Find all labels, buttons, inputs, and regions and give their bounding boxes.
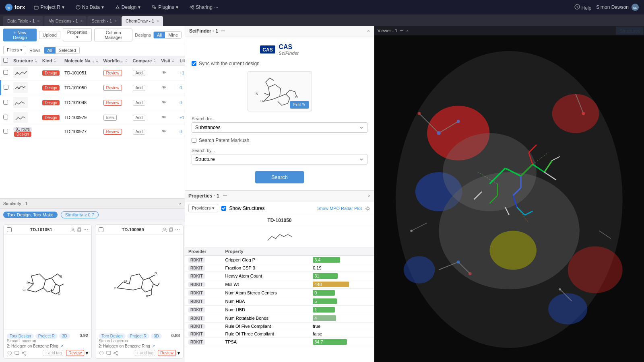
search-by-select[interactable]: Structure — [192, 154, 367, 165]
kind-badge: Design — [42, 85, 60, 90]
row-checkbox[interactable] — [3, 129, 8, 134]
left-panel: + New Design Upload Properties ▾ Column … — [0, 26, 185, 362]
add-tag-button-0[interactable]: + add tag — [42, 350, 64, 356]
more-icon[interactable] — [175, 227, 180, 232]
help-button[interactable]: ? Help — [574, 4, 591, 11]
viewer-close[interactable]: × — [406, 29, 409, 33]
comment-icon[interactable] — [106, 350, 111, 356]
property-row: RDKITRule Of Five Complianttrue — [185, 323, 374, 330]
search-button[interactable]: Search — [255, 171, 304, 183]
tab-chemdraw-close[interactable]: × — [157, 19, 159, 23]
similarity-cards: TD-101051 — [0, 221, 185, 362]
sort-icon[interactable] — [171, 59, 175, 62]
property-name-cell: Num Atom Stereo Centers — [222, 289, 310, 297]
compare-button[interactable]: Add — [133, 115, 146, 121]
nav-nodata[interactable]: No Data ▾ — [73, 4, 106, 11]
gear-icon[interactable] — [365, 206, 371, 211]
rows-selected-button[interactable]: Selected — [56, 47, 79, 53]
tab-my-designs[interactable]: My Designs - 1 × — [44, 16, 87, 26]
sort-icon[interactable] — [125, 59, 128, 62]
sort-icon[interactable] — [95, 59, 99, 62]
user-icon — [70, 227, 75, 232]
svg-text:N: N — [60, 274, 62, 278]
tab-search[interactable]: Search - 1 × — [87, 16, 121, 26]
sort-icon[interactable] — [34, 59, 37, 62]
patent-checkbox[interactable] — [192, 138, 196, 143]
search-for-section: Search for... Substances — [192, 116, 367, 133]
sim-score-0: 0.92 — [80, 333, 88, 338]
row-checkbox[interactable] — [3, 115, 8, 119]
scifinder-minimize-icon[interactable] — [221, 29, 225, 33]
tab-data-table-close[interactable]: × — [37, 19, 39, 23]
nav-design-label: Design — [122, 4, 136, 10]
show-structures-checkbox[interactable] — [221, 206, 226, 211]
tab-search-close[interactable]: × — [114, 19, 117, 23]
compare-button[interactable]: Add — [133, 100, 146, 106]
provider-badge: RDKIT — [188, 316, 205, 321]
nav-sharing[interactable]: Sharing — [187, 4, 221, 11]
row-checkbox[interactable] — [4, 85, 8, 90]
like-icon[interactable] — [7, 350, 12, 356]
tab-my-designs-close[interactable]: × — [80, 19, 83, 23]
add-tag-button-1[interactable]: + add tag — [134, 350, 156, 356]
user-menu[interactable]: Simon Dawson SD — [596, 3, 639, 11]
nav-design[interactable]: Design ▾ — [113, 4, 143, 11]
share-icon[interactable] — [113, 350, 119, 356]
share-icon[interactable] — [21, 350, 27, 356]
like-icon[interactable] — [99, 350, 104, 356]
compare-button[interactable]: Add — [133, 129, 146, 135]
providers-button[interactable]: Providers ▾ — [188, 204, 218, 212]
viewer-minimize-icon[interactable] — [400, 29, 404, 33]
nav-project[interactable]: Project R ▾ — [31, 4, 66, 11]
property-row: RDKITHeavy Atom Count31 — [185, 272, 374, 280]
sort-icon[interactable] — [53, 59, 56, 62]
sort-icon[interactable] — [153, 59, 156, 62]
similarity-filter-chip[interactable]: Torx Design, Torx Make — [3, 212, 58, 218]
sim-user-1: Simon Lanceron — [99, 339, 180, 343]
select-all-checkbox[interactable] — [3, 58, 8, 63]
provider-cell: RDKIT — [185, 314, 222, 323]
mpo-link[interactable]: Show MPO Radar Plot — [317, 206, 362, 211]
tab-data-table[interactable]: Data Table - 1 × — [3, 16, 43, 26]
properties-close[interactable]: × — [368, 193, 371, 199]
copy-icon — [169, 227, 173, 232]
properties-minimize-icon[interactable] — [223, 193, 227, 198]
app-logo[interactable]: tx torx — [5, 3, 25, 11]
new-design-button[interactable]: + New Design — [3, 29, 37, 41]
copy-icon — [77, 227, 82, 232]
svg-line-11 — [192, 6, 192, 7]
sim-link-1[interactable]: ↗ — [152, 344, 155, 348]
compare-button[interactable]: Add — [133, 85, 146, 91]
edit-structure-button[interactable]: Edit ✎ — [290, 101, 309, 109]
svg-text:N: N — [256, 92, 258, 96]
designs-all-button[interactable]: All — [154, 32, 165, 38]
sim-card-0: TD-101051 — [3, 224, 92, 359]
sim-card-checkbox-0[interactable] — [7, 227, 12, 232]
svg-point-23 — [163, 86, 165, 88]
sync-checkbox[interactable] — [192, 61, 196, 66]
properties-button[interactable]: Properties ▾ — [63, 28, 92, 41]
rows-all-button[interactable]: All — [44, 47, 56, 53]
row-checkbox[interactable] — [3, 70, 8, 75]
filters-button[interactable]: Filters ▾ — [3, 46, 26, 54]
workflow-badge: Idea — [103, 115, 117, 121]
scifinder-close[interactable]: × — [367, 28, 370, 34]
upload-button[interactable]: Upload — [39, 31, 60, 39]
column-manager-button[interactable]: Column Manager — [94, 29, 132, 41]
sim-link-0[interactable]: ↗ — [60, 344, 63, 348]
molecule-structure — [13, 67, 28, 78]
row-checkbox[interactable] — [3, 100, 8, 105]
sim-card-checkbox-1[interactable] — [99, 227, 103, 232]
tab-chemdraw[interactable]: ChemDraw - 1 × — [122, 16, 163, 26]
workflow-badge: Review — [103, 129, 122, 135]
nav-plugins[interactable]: Plugins ▾ — [149, 4, 180, 11]
similarity-threshold[interactable]: Similarity ≥ 0.7 — [61, 211, 99, 218]
more-icon[interactable] — [83, 227, 88, 232]
compare-button[interactable]: Add — [133, 70, 146, 76]
comment-icon[interactable] — [14, 350, 20, 356]
designs-mine-button[interactable]: Mine — [165, 32, 181, 38]
property-row: RDKITCrippen Clog P3.4 — [185, 256, 374, 264]
table-row: Design TD-101051 Review Add +1 ⚑ — [1, 66, 185, 80]
similarity-close[interactable]: × — [179, 201, 182, 206]
search-for-select[interactable]: Substances — [192, 122, 367, 133]
